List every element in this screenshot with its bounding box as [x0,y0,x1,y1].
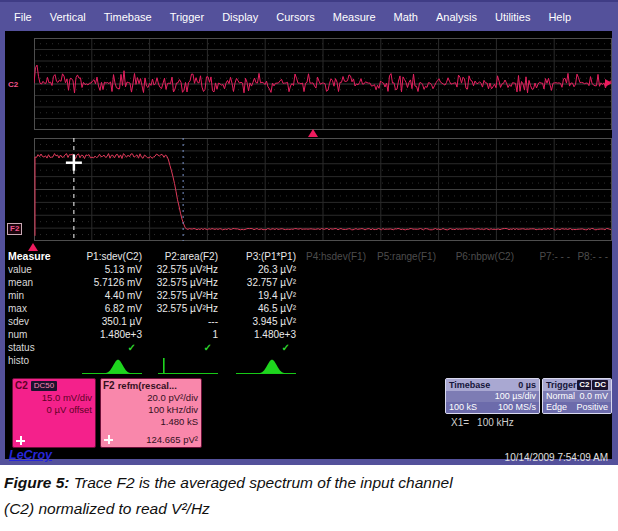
menu-bar: FileVerticalTimebaseTriggerDisplayCursor… [5,4,612,30]
p5-min [370,289,440,302]
menu-item-vertical[interactable]: Vertical [41,8,95,26]
f2-points: 1.480 kS [101,416,201,428]
measure-table: MeasureP1:sdev(C2)P2:area(F2)P3:(P1*P1)P… [8,250,612,376]
menu-item-trigger[interactable]: Trigger [161,8,213,26]
param-header-p4[interactable]: P4:hsdev(F1) [300,250,370,263]
trigger-level: 0.0 mV [579,391,608,402]
p1-max: 6.82 mV [54,302,146,315]
param-header-p5[interactable]: P5:range(F1) [370,250,440,263]
row-label-min: min [8,289,54,302]
p1-num: 1.480e+3 [54,328,146,341]
move-cross-icon[interactable] [104,435,113,444]
p3-min: 19.4 µV² [222,289,300,302]
c2-box-label: C2 [15,380,28,391]
trigger-type: Edge [546,402,567,413]
menu-item-math[interactable]: Math [385,8,427,26]
menu-item-file[interactable]: File [5,8,41,26]
p7-status-icon [518,341,574,354]
p3-value: 26.3 µV² [222,263,300,276]
p7-num [518,328,574,341]
p4-value [300,263,370,276]
menu-item-display[interactable]: Display [213,8,267,26]
p6-value [440,263,518,276]
p5-value [370,263,440,276]
menu-item-utilities[interactable]: Utilities [486,8,539,26]
p6-sdev [440,315,518,328]
p7-sdev [518,315,574,328]
p1-mean: 5.7126 mV [54,276,146,289]
menu-item-cursors[interactable]: Cursors [267,8,324,26]
f2-trace-label: F2 [7,223,22,235]
p2-histogram [146,354,222,376]
timebase-scale: 100 µs/div [495,391,536,402]
p5-histogram [370,354,440,376]
lecroy-logo: LeCroy [9,448,52,462]
p3-sdev: 3.945 µV² [222,315,300,328]
oscilloscope-window: FileVerticalTimebaseTriggerDisplayCursor… [0,0,618,465]
move-cross-icon[interactable] [16,436,25,445]
p6-max [440,302,518,315]
p3-max: 46.5 µV² [222,302,300,315]
trigger-mode: Normal [546,391,575,402]
timebase-memory: 100 kS [449,402,477,413]
p8-sdev [574,315,612,328]
p1-histogram [54,354,146,376]
measure-panel: MeasureP1:sdev(C2)P2:area(F2)P3:(P1*P1)P… [8,250,612,376]
p8-histogram [574,354,612,376]
param-header-p8[interactable]: P8:- - - [574,250,612,263]
c2-offset: 0 µV offset [13,404,95,416]
histogram-icon-bell [234,356,298,376]
p4-min [300,289,370,302]
p8-min [574,289,612,302]
param-header-p7[interactable]: P7:- - - [518,250,574,263]
row-label-mean: mean [8,276,54,289]
p6-histogram [440,354,518,376]
f2-descriptor-box[interactable]: F2 refm(rescal... 20.0 pV²/div 100 kHz/d… [100,378,202,448]
menu-item-measure[interactable]: Measure [324,8,385,26]
p4-status-icon [300,341,370,354]
p5-sdev [370,315,440,328]
f2-trace-plot [34,138,612,241]
p4-max [300,302,370,315]
param-header-p1[interactable]: P1:sdev(C2) [54,250,146,263]
p6-status-icon [440,341,518,354]
c2-descriptor-box[interactable]: C2 DC50 15.0 mV/div 0 µV offset [12,378,96,448]
param-header-p6[interactable]: P6:nbpw(C2) [440,250,518,263]
f2-cursor-readout: 124.665 pV² [146,434,198,445]
menu-item-timebase[interactable]: Timebase [95,8,161,26]
trigger-box[interactable]: Trigger C2 DC Normal 0.0 mV Edge Positiv… [542,378,612,414]
trigger-coupling-badge: DC [592,380,608,390]
p7-max [518,302,574,315]
p3-mean: 32.757 µV² [222,276,300,289]
timebase-rate: 100 MS/s [498,402,536,413]
p8-value [574,263,612,276]
p5-mean [370,276,440,289]
p2-sdev: --- [146,315,222,328]
param-header-p2[interactable]: P2:area(F2) [146,250,222,263]
row-label-num: num [8,328,54,341]
histogram-icon-spike [156,356,220,376]
c2-trace-label: C2 [8,80,18,89]
f2-spectrum-grid[interactable] [34,138,612,241]
x1-label: X1= [451,417,469,428]
p4-num [300,328,370,341]
param-header-p3[interactable]: P3:(P1*P1) [222,250,300,263]
timebase-box[interactable]: Timebase 0 µs 100 µs/div 100 kS 100 MS/s [445,378,540,414]
f2-function-name: refm(rescal... [118,380,177,391]
c2-coupling-badge: DC50 [31,381,57,391]
f2-vertical-scale: 20.0 pV²/div [101,392,201,404]
trigger-time-marker-icon[interactable] [308,129,318,137]
timebase-delay: 0 µs [518,379,536,391]
row-label-status: status [8,341,54,354]
c2-waveform-grid[interactable] [34,38,612,130]
p4-mean [300,276,370,289]
x1-value: 100 kHz [477,417,514,428]
trigger-slope: Positive [576,402,608,413]
p6-mean [440,276,518,289]
c2-level-marker-icon[interactable] [605,79,612,87]
p4-histogram [300,354,370,376]
menu-item-help[interactable]: Help [539,8,580,26]
menu-item-analysis[interactable]: Analysis [427,8,486,26]
figure-caption-text: Trace F2 is the averaged spectrum of the… [4,474,453,517]
p2-min: 32.575 µV²Hz [146,289,222,302]
